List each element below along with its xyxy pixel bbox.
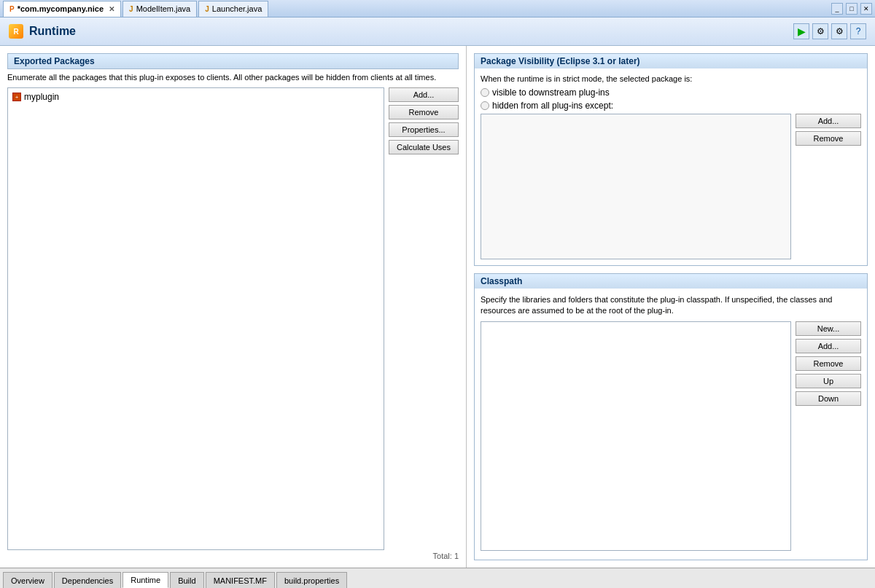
visibility-header: Package Visibility (Eclipse 3.1 or later… [475, 54, 867, 68]
classpath-desc: Specify the libraries and folders that c… [481, 294, 861, 317]
add-package-button[interactable]: Add... [389, 87, 459, 102]
java-icon-1: J [129, 5, 133, 13]
visibility-title: Package Visibility (Eclipse 3.1 or later… [481, 56, 640, 66]
visibility-list-area: Add... Remove [481, 114, 861, 259]
visibility-desc: When the runtime is in strict mode, the … [481, 74, 861, 83]
package-icon: + [12, 93, 21, 101]
packages-list[interactable]: + myplugin [7, 87, 384, 550]
tab-build-label: Build [178, 576, 195, 585]
run-button[interactable]: ▶ [793, 23, 809, 39]
window-controls: _ □ ✕ [831, 3, 872, 15]
list-item[interactable]: + myplugin [11, 91, 381, 103]
exported-packages-desc: Enumerate all the packages that this plu… [7, 72, 459, 83]
gear-button-1[interactable]: ⚙ [812, 23, 828, 39]
radio-visible-label: visible to downstream plug-ins [492, 87, 610, 98]
classpath-buttons: New... Add... Remove Up Down [796, 321, 861, 551]
minimize-button[interactable]: _ [831, 3, 843, 15]
tab-overview-label: Overview [11, 576, 44, 585]
radio-hidden[interactable] [481, 101, 489, 110]
modelitem-tab[interactable]: J ModelItem.java [122, 1, 197, 17]
tab-dependencies[interactable]: Dependencies [54, 572, 121, 588]
radio-visible-row: visible to downstream plug-ins [481, 87, 861, 98]
exported-packages-header: Exported Packages [7, 53, 459, 69]
cp-add-button[interactable]: Add... [796, 339, 861, 353]
remove-package-button[interactable]: Remove [389, 105, 459, 119]
classpath-title: Classpath [481, 276, 522, 286]
classpath-body: Specify the libraries and folders that c… [475, 289, 867, 557]
plugin-tab-label: *com.mycompany.nice [18, 4, 104, 13]
tab-runtime-label: Runtime [131, 576, 160, 584]
package-visibility-section: Package Visibility (Eclipse 3.1 or later… [474, 53, 868, 266]
header-actions: ▶ ⚙ ⚙ ? [793, 23, 866, 39]
classpath-list[interactable] [481, 321, 791, 551]
tab-runtime[interactable]: Runtime [122, 572, 168, 588]
radio-hidden-row: hidden from all plug-ins except: [481, 101, 861, 111]
radio-visible[interactable] [481, 88, 489, 97]
editor-title-area: R Runtime [9, 24, 76, 39]
gear-button-2[interactable]: ⚙ [831, 23, 847, 39]
title-bar: P *com.mycompany.nice ✕ J ModelItem.java… [0, 0, 875, 17]
launcher-tab[interactable]: J Launcher.java [198, 1, 268, 17]
maximize-button[interactable]: □ [846, 3, 858, 15]
radio-hidden-label: hidden from all plug-ins except: [492, 101, 613, 111]
tab-manifest[interactable]: MANIFEST.MF [206, 572, 275, 588]
visibility-body: When the runtime is in strict mode, the … [475, 68, 867, 265]
classpath-list-area: New... Add... Remove Up Down [481, 321, 861, 551]
bottom-tab-bar: Overview Dependencies Runtime Build MANI… [0, 568, 875, 588]
page-title: Runtime [29, 25, 76, 38]
packages-buttons: Add... Remove Properties... Calculate Us… [389, 87, 459, 550]
classpath-section: Classpath Specify the libraries and fold… [474, 273, 868, 560]
exported-packages-panel: Exported Packages Enumerate all the pack… [0, 46, 467, 568]
editor-header: R Runtime ▶ ⚙ ⚙ ? [0, 17, 875, 46]
exported-packages-title: Exported Packages [14, 56, 95, 66]
tab-overview[interactable]: Overview [3, 572, 52, 588]
plugin-tab-close[interactable]: ✕ [109, 5, 114, 13]
visibility-buttons: Add... Remove [796, 114, 861, 259]
tab-build-properties-label: build.properties [284, 576, 339, 585]
launcher-tab-label: Launcher.java [212, 4, 262, 13]
vis-remove-button[interactable]: Remove [796, 131, 861, 146]
total-label: Total: 1 [7, 552, 459, 560]
classpath-header: Classpath [475, 274, 867, 289]
tab-build[interactable]: Build [170, 572, 203, 588]
close-button[interactable]: ✕ [860, 3, 872, 15]
plugin-icon: P [9, 5, 15, 13]
calculate-uses-button[interactable]: Calculate Uses [389, 140, 459, 154]
visibility-list[interactable] [481, 114, 791, 259]
packages-area: + myplugin Add... Remove Properties... C… [7, 87, 459, 550]
java-icon-2: J [205, 5, 209, 13]
tab-build-properties[interactable]: build.properties [276, 572, 347, 588]
main-content: Exported Packages Enumerate all the pack… [0, 46, 875, 568]
help-button[interactable]: ? [850, 23, 866, 39]
right-panel: Package Visibility (Eclipse 3.1 or later… [467, 46, 875, 568]
tab-bar: P *com.mycompany.nice ✕ J ModelItem.java… [3, 1, 270, 17]
properties-button[interactable]: Properties... [389, 122, 459, 137]
cp-new-button[interactable]: New... [796, 321, 861, 336]
tab-manifest-label: MANIFEST.MF [214, 576, 267, 585]
plugin-editor-tab[interactable]: P *com.mycompany.nice ✕ [3, 1, 121, 17]
cp-up-button[interactable]: Up [796, 374, 861, 388]
cp-down-button[interactable]: Down [796, 391, 861, 406]
package-name: myplugin [24, 92, 59, 102]
vis-add-button[interactable]: Add... [796, 114, 861, 128]
cp-remove-button[interactable]: Remove [796, 356, 861, 371]
modelitem-tab-label: ModelItem.java [136, 4, 191, 13]
runtime-icon: R [9, 24, 23, 39]
tab-dependencies-label: Dependencies [62, 576, 113, 585]
